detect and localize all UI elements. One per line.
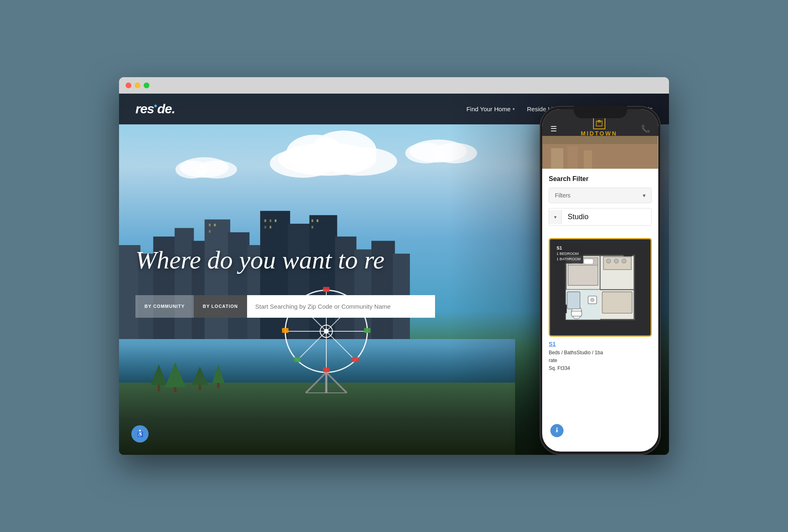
svg-rect-100 [624, 255, 632, 256]
svg-rect-54 [364, 328, 371, 333]
search-filter-title: Search Filter [549, 175, 652, 183]
svg-marker-66 [212, 365, 224, 383]
floor-plan-unit-label: S1 1 BEDROOM 1 BATHROOM [554, 243, 583, 264]
svg-rect-28 [275, 220, 276, 222]
floor-plan-card[interactable]: S1 1 BEDROOM 1 BATHROOM [549, 238, 652, 337]
browser-chrome [119, 77, 669, 94]
unit-type-label: Studio [562, 209, 651, 225]
svg-rect-33 [312, 226, 313, 228]
unit-name-link[interactable]: S1 [549, 341, 652, 347]
phone-hero-image [542, 136, 658, 169]
accessibility-icon: ♿ [135, 429, 145, 439]
svg-rect-51 [323, 287, 330, 292]
svg-point-4 [311, 131, 377, 172]
svg-rect-56 [352, 357, 359, 362]
svg-rect-80 [596, 144, 613, 169]
phone-screen: ☰ MIDTOWN APARTMENTS [542, 109, 658, 452]
tab-by-community[interactable]: BY COMMUNITY [135, 295, 194, 318]
svg-rect-29 [264, 226, 266, 228]
unit-type-prev-button[interactable]: ▾ [549, 210, 562, 224]
chevron-down-icon: ▾ [643, 192, 646, 199]
maximize-button[interactable] [144, 83, 149, 88]
svg-rect-35 [214, 224, 215, 226]
filter-dropdown[interactable]: Filters ▾ [549, 188, 652, 203]
search-area: BY COMMUNITY BY LOCATION [135, 295, 435, 318]
minimize-button[interactable] [135, 83, 140, 88]
svg-rect-30 [270, 226, 271, 228]
svg-point-102 [556, 428, 557, 429]
tab-by-location[interactable]: BY LOCATION [194, 295, 247, 318]
svg-rect-91 [602, 291, 632, 313]
svg-rect-32 [317, 220, 318, 222]
svg-rect-14 [174, 228, 194, 339]
svg-rect-53 [282, 328, 289, 333]
accessibility-button[interactable]: ♿ [131, 425, 149, 443]
svg-rect-34 [209, 224, 211, 226]
svg-rect-71 [596, 121, 602, 126]
svg-point-89 [591, 298, 594, 301]
svg-point-99 [622, 259, 626, 263]
logo-text-re: re [135, 101, 147, 116]
logo-text-side: sde. [147, 101, 175, 117]
svg-rect-52 [323, 367, 330, 372]
svg-rect-90 [567, 291, 580, 309]
unit-info-section: S1 Beds / BathsStudio / 1ba rate Sq. Ft3… [542, 337, 658, 377]
svg-marker-60 [151, 365, 167, 385]
svg-rect-31 [312, 220, 313, 222]
svg-marker-64 [192, 367, 208, 385]
phone-notch [574, 106, 627, 118]
midtown-icon-box [593, 117, 605, 129]
svg-rect-87 [572, 311, 582, 316]
svg-rect-95 [584, 259, 593, 264]
browser-window: resde. Find Your Home ▾ Reside Living ▾ … [119, 77, 669, 455]
svg-point-98 [614, 259, 618, 263]
svg-line-38 [326, 372, 347, 393]
svg-marker-74 [596, 120, 602, 122]
website-content: resde. Find Your Home ▾ Reside Living ▾ … [119, 94, 669, 455]
site-logo: resde. [135, 101, 466, 117]
phone-hero-strip [542, 136, 658, 169]
svg-marker-62 [165, 362, 186, 387]
logo-dot [154, 105, 157, 107]
close-button[interactable] [126, 83, 131, 88]
svg-rect-67 [217, 383, 220, 388]
svg-rect-65 [199, 385, 201, 390]
phone-search-section: Search Filter Filters ▾ ▾ Studio [542, 169, 658, 238]
svg-line-50 [297, 331, 326, 360]
svg-rect-27 [270, 220, 271, 222]
svg-rect-63 [174, 387, 176, 392]
svg-text:♿: ♿ [137, 431, 143, 437]
svg-rect-16 [204, 220, 230, 339]
unit-details: Beds / BathsStudio / 1ba rate Sq. Ft334 [549, 349, 652, 373]
unit-type-selector: ▾ Studio [549, 208, 652, 226]
hamburger-icon[interactable]: ☰ [550, 124, 557, 133]
trees-svg [147, 360, 229, 393]
nav-find-your-home[interactable]: Find Your Home ▾ [466, 105, 515, 112]
accessibility-icon [553, 427, 561, 435]
svg-rect-79 [584, 150, 592, 169]
chevron-down-icon: ▾ [554, 214, 557, 220]
phone-accessibility-button[interactable] [550, 424, 564, 437]
chevron-down-icon: ▾ [513, 107, 515, 111]
svg-rect-26 [264, 220, 266, 222]
search-input[interactable] [247, 295, 435, 318]
midtown-building-icon [596, 119, 603, 127]
svg-point-97 [607, 259, 611, 263]
svg-rect-61 [158, 385, 160, 391]
svg-rect-78 [568, 146, 578, 169]
svg-rect-36 [209, 230, 211, 233]
svg-rect-77 [551, 148, 564, 169]
svg-line-37 [306, 372, 326, 393]
svg-rect-101 [565, 305, 567, 313]
svg-line-48 [326, 331, 355, 360]
phone-mockup: ☰ MIDTOWN APARTMENTS [540, 106, 661, 455]
svg-rect-58 [294, 357, 300, 362]
phone-call-icon[interactable]: 📞 [641, 124, 650, 133]
